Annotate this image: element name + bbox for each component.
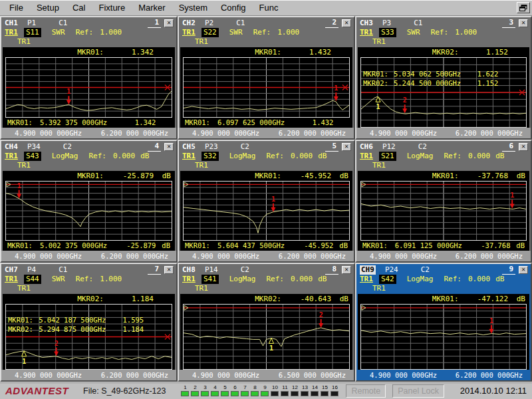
- trace2-label[interactable]: TR1: [195, 161, 208, 170]
- plot-area[interactable]: MKR02: 1.152 12 MKR01:5.034 062 500GHz1.…: [358, 47, 529, 128]
- frequency-axis: 4.900 000 000GHz 6.200 000 000GHz: [1, 128, 176, 138]
- trace2-label[interactable]: TR1: [17, 37, 31, 46]
- close-icon[interactable]: ✕: [164, 19, 174, 27]
- sparam-chip[interactable]: S11: [24, 28, 41, 37]
- window-number: 6: [502, 142, 515, 152]
- restore-icon: [519, 5, 527, 11]
- sparam-chip[interactable]: S33: [379, 28, 396, 37]
- channel-cal-label: C1: [59, 265, 67, 275]
- trace2-label[interactable]: TR1: [372, 37, 386, 46]
- channel-title-row: CH4 P34 C2 4 ✕: [5, 142, 174, 152]
- trace-label[interactable]: TR1: [5, 152, 18, 161]
- trace2-label[interactable]: TR1: [372, 161, 386, 170]
- port-indicator: 10: [270, 385, 279, 396]
- channel-titlebar[interactable]: CH8 P14 C2 8 ✕ TR1 S41 LogMag Ref: 0.000…: [179, 264, 354, 294]
- channel-cal-label: C2: [63, 142, 72, 152]
- panel-lock-button[interactable]: Panel Lock: [392, 384, 444, 398]
- menu-item-config[interactable]: Config: [214, 1, 253, 15]
- menu-item-setup[interactable]: Setup: [30, 1, 66, 15]
- channel-titlebar[interactable]: CH9 P24 C2 9 ✕ TR1 S42 LogMag Ref: 0.000…: [356, 264, 531, 294]
- close-icon[interactable]: ✕: [342, 266, 351, 274]
- close-icon[interactable]: ✕: [164, 143, 174, 151]
- plot-area[interactable]: MKR02: -40.643 dB 12: [180, 294, 352, 370]
- trace-plot[interactable]: 12 MKR01:5.042 187 500GHz1.595MKR02:5.29…: [5, 304, 172, 370]
- window-restore-button[interactable]: [517, 2, 530, 13]
- file-name-label: File: S_49-62GHz-123: [83, 386, 166, 396]
- menu-item-marker[interactable]: Marker: [132, 1, 172, 15]
- close-icon[interactable]: ✕: [342, 19, 351, 27]
- active-marker-readout: MKR01: 1.342: [3, 47, 175, 57]
- plot-area[interactable]: MKR01: 1.432 1 MKR01: 6.097 625 000GHz 1…: [180, 47, 352, 128]
- bottom-marker-frequency: 5.392 375 000GHz: [40, 118, 120, 128]
- ref-value: 0.000: [291, 275, 313, 284]
- plot-area[interactable]: MKR01: -37.768 dB 1 MKR01: 6.091 125 000…: [358, 171, 529, 251]
- trace-plot[interactable]: 1: [360, 304, 527, 370]
- sparam-chip[interactable]: S44: [24, 275, 41, 284]
- trace-label[interactable]: TR1: [182, 28, 196, 37]
- sparam-chip[interactable]: S42: [379, 275, 396, 284]
- sparam-chip[interactable]: S41: [201, 275, 219, 284]
- format-label: SWR: [407, 28, 420, 37]
- trace-label[interactable]: TR1: [360, 275, 373, 284]
- plot-area[interactable]: MKR01: 1.342 1 MKR01: 5.392 375 000GHz 1…: [3, 47, 175, 128]
- menu-item-system[interactable]: System: [172, 1, 214, 15]
- trace-plot[interactable]: 1: [360, 181, 527, 241]
- channel-titlebar[interactable]: CH6 P12 C2 6 ✕ TR1 S21 LogMag Ref: 0.000…: [356, 141, 531, 171]
- channel-titlebar[interactable]: CH2 P2 C1 2 ✕ TR1 S22 SWR Ref: 1.000 TR1: [179, 17, 354, 47]
- sparam-chip[interactable]: S22: [201, 28, 219, 37]
- trace-plot[interactable]: 12 MKR01:5.034 062 500GHz1.622MKR02:5.24…: [360, 57, 527, 128]
- channel-panel: CH4 P34 C2 4 ✕ TR1 S43 LogMag Ref: 0.000…: [0, 140, 178, 263]
- trace2-label[interactable]: TR1: [195, 37, 208, 46]
- active-marker-label: MKR01:: [432, 294, 459, 304]
- trace-label[interactable]: TR1: [5, 28, 18, 37]
- channel-titlebar[interactable]: CH5 P23 C2 5 ✕ TR1 S32 LogMag Ref: 0.000…: [179, 141, 354, 171]
- menu-item-fixture[interactable]: Fixture: [92, 1, 132, 15]
- trace-label[interactable]: TR1: [360, 28, 373, 37]
- plot-area[interactable]: MKR01: -47.122 dB 1: [358, 294, 529, 370]
- active-marker-readout: MKR01: -25.879 dB: [3, 171, 175, 181]
- trace-plot[interactable]: 1: [183, 181, 350, 241]
- channel-titlebar[interactable]: CH1 P1 C1 1 ✕ TR1 S11 SWR Ref: 1.000 TR1: [1, 17, 176, 47]
- close-icon[interactable]: ✕: [519, 266, 528, 274]
- close-icon[interactable]: ✕: [519, 19, 528, 27]
- trace2-label[interactable]: TR1: [372, 284, 386, 293]
- channel-title-row: CH8 P14 C2 8 ✕: [182, 265, 351, 275]
- format-label: SWR: [229, 28, 243, 37]
- menu-item-cal[interactable]: Cal: [66, 1, 92, 15]
- channel-titlebar[interactable]: CH3 P3 C1 3 ✕ TR1 S33 SWR Ref: 1.000 TR1: [356, 17, 531, 47]
- channel-titlebar[interactable]: CH4 P34 C2 4 ✕ TR1 S43 LogMag Ref: 0.000…: [1, 141, 176, 171]
- plot-area[interactable]: MKR02: 1.184 12 MKR01:5.042 187 500GHz1.…: [3, 294, 175, 370]
- plot-area[interactable]: MKR01: -45.952 dB 1 MKR01: 5.604 437 500…: [180, 171, 352, 251]
- close-icon[interactable]: ✕: [519, 143, 528, 151]
- format-label: SWR: [52, 275, 65, 284]
- sparam-chip[interactable]: S43: [24, 152, 41, 161]
- menu-item-func[interactable]: Func: [253, 1, 285, 15]
- trace2-label[interactable]: TR1: [195, 284, 208, 293]
- port-number: 1: [184, 385, 186, 390]
- trace-plot[interactable]: 1: [183, 57, 350, 118]
- freq-stop-label: 6.500 000 000GHz: [279, 370, 346, 380]
- sparam-chip[interactable]: S32: [201, 152, 219, 161]
- port-lamp-off: [291, 391, 299, 396]
- sparam-chip[interactable]: S21: [379, 152, 396, 161]
- format-label: LogMag: [229, 275, 256, 284]
- close-icon[interactable]: ✕: [164, 266, 174, 274]
- bottom-marker-unit: dB: [156, 241, 170, 251]
- trace-label[interactable]: TR1: [182, 275, 196, 284]
- close-icon[interactable]: ✕: [342, 143, 351, 151]
- trace-label[interactable]: TR1: [360, 152, 373, 161]
- channel-titlebar[interactable]: CH7 P4 C1 7 ✕ TR1 S44 SWR Ref: 1.000 TR1: [1, 264, 176, 294]
- trace2-label[interactable]: TR1: [17, 161, 31, 170]
- port-lamp-off: [281, 391, 289, 396]
- trace-plot[interactable]: 1: [5, 57, 172, 118]
- active-marker-unit: [154, 47, 171, 57]
- trace2-label[interactable]: TR1: [17, 284, 31, 293]
- plot-area[interactable]: MKR01: -25.879 dB 1 MKR01: 5.002 375 000…: [3, 171, 175, 251]
- trace-plot[interactable]: 12: [183, 304, 350, 370]
- menu-item-file[interactable]: File: [3, 1, 30, 15]
- trace-label[interactable]: TR1: [5, 275, 18, 284]
- trace-label[interactable]: TR1: [182, 152, 196, 161]
- active-marker-label: MKR01:: [77, 47, 104, 57]
- remote-button[interactable]: Remote: [346, 384, 386, 398]
- trace-plot[interactable]: 1: [5, 181, 172, 241]
